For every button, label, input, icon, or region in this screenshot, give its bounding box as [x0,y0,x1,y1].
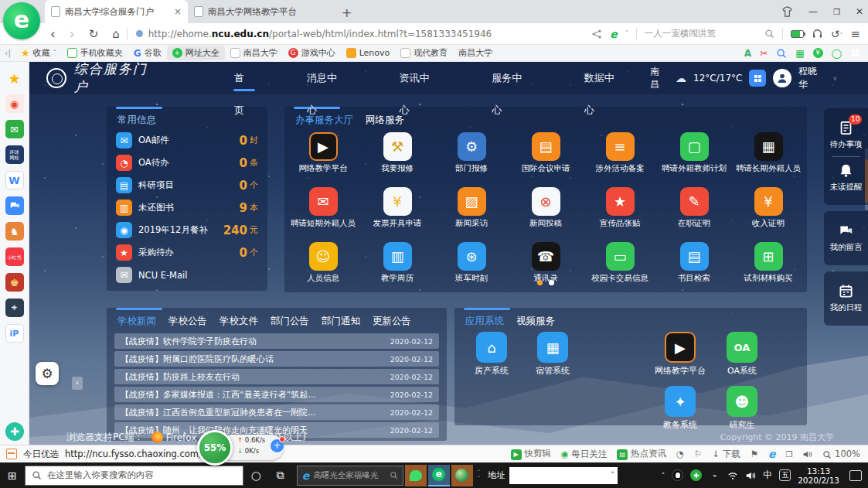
info-row-books[interactable]: ▥ 未还图书 9本 [107,196,267,219]
app-housing[interactable]: ⌂房产系统 [459,329,524,377]
daily-pick-label[interactable]: 今日优选 [23,449,59,460]
battery-saver-icon[interactable] [791,30,804,38]
apps-grid-icon[interactable] [850,48,860,58]
tray-expand-icon[interactable]: ˄ [662,472,665,479]
news-item[interactable]: 【战疫情】软件学院学子防疫在行动2020-02-12 [114,333,439,349]
service-app[interactable]: ⚙部门报修 [434,130,509,185]
speaker-icon[interactable] [802,449,812,459]
bookmark-lenovo[interactable]: Lenovo [341,46,396,60]
translate-icon[interactable]: A [744,48,751,59]
service-app[interactable]: ✎在职证明 [657,185,731,240]
word-doc-icon[interactable]: W [5,171,24,189]
pager-dots[interactable] [284,277,807,288]
speedball-widget[interactable]: ↑ 0.6K/s ↓ 0K/s + 55% [197,430,284,466]
portal-nav-info[interactable]: 资讯中心 [400,62,440,94]
huanqiu-wangxiao-icon[interactable]: 环球网校 [5,145,24,164]
tab-school-notice[interactable]: 学校公告 [168,315,207,328]
info-row-oa-todo[interactable]: ◔ OA待办 0条 [107,152,267,174]
quick-clip-tool[interactable]: ▶ 快剪辑 [511,448,551,460]
menu-icon[interactable]: ≡ [850,27,860,41]
app-grid-button[interactable] [749,70,766,87]
service-app[interactable]: ¥发票开具申请 [360,185,434,240]
gamepad-icon[interactable]: ▦ [795,48,804,59]
service-app[interactable]: ▤国际会议申请 [509,130,583,185]
service-app[interactable]: ▦聘请长期外籍人员 [731,130,805,185]
game-icon[interactable]: ⌖ [5,299,24,317]
news-item[interactable]: 【战疫情】江西首例危重型新冠肺炎患者在一附院...2020-02-12 [114,404,439,420]
service-app[interactable]: ▨新闻采访 [434,185,509,240]
bookmark-ncu[interactable]: 南昌大学 [225,46,283,60]
tab-dept-bulletin[interactable]: 部门通知 [322,315,360,328]
engine-caret-icon[interactable]: ˅ [625,30,628,37]
avatar[interactable] [773,69,791,87]
ime-wubi[interactable]: 五 [779,469,791,481]
service-app[interactable]: ▢聘请外籍教师计划 [657,130,731,185]
dock-schedule[interactable]: 我的日程 [824,279,868,318]
firefox-link[interactable]: Firefox [151,432,197,443]
app-academic[interactable]: ✦教务系统 [648,384,713,431]
browser-tab-inactive[interactable]: 南昌大学网络教学平台 [188,0,331,23]
tab-update-notice[interactable]: 更新公告 [373,315,411,328]
service-app[interactable]: ★宣传品张贴 [583,185,657,240]
settings-gear-button[interactable]: ⚙ [36,362,59,385]
home-icon[interactable]: ⌂ [105,27,127,41]
browser-logo[interactable]: e [3,2,40,39]
portal-nav-home[interactable]: 首页 [234,62,254,94]
taskbar-app-browser[interactable]: e [428,465,450,486]
task-view-button[interactable]: ⧉ [269,469,292,482]
headphones-icon[interactable] [812,28,823,39]
cortana-button[interactable]: ○ [243,469,269,483]
refresh-icon[interactable]: ↻ [82,27,106,41]
bookmark-site-directory[interactable]: + 网址大全 [167,46,225,60]
service-app[interactable]: ▶网络教学平台 [286,130,360,185]
app-oa[interactable]: OAOA系统 [710,329,774,377]
user-caret-icon[interactable]: ∨ [832,75,837,82]
user-name[interactable]: 程晓华 [798,65,825,91]
url-field[interactable]: http://ehome.ncu.edu.cn/portal-web/html/… [131,29,584,39]
toolbar-scroll-arrows[interactable]: ˄˅ [473,469,485,482]
window-mode-icon[interactable]: ❐ [785,450,792,459]
volume-icon[interactable] [745,470,756,481]
power-plug-icon[interactable]: ⌁ [709,469,720,481]
safe-shield-icon[interactable]: ✚ [690,469,702,481]
browser-tab-active[interactable]: 南昌大学综合服务门户 × [45,0,188,23]
undo-icon[interactable]: ↺˅ [831,28,843,40]
service-app[interactable]: ⚒我要报修 [360,130,434,185]
service-app[interactable]: ✉聘请短期外籍人员 [286,185,360,240]
game-icon[interactable]: ♚ [5,273,24,292]
mail-icon[interactable]: ✉ [5,120,24,138]
app-online-teaching[interactable]: ▶网络教学平台 [648,329,713,377]
panel-collapse-button[interactable]: ‹ [72,377,83,390]
game-icon[interactable]: ♞ [5,222,24,241]
address-toolbar-input[interactable]: ˅ [509,467,618,484]
sidebar-collapse-icon[interactable]: ‹| [0,48,15,58]
sidebar-pin-icon[interactable]: ⚐ [694,449,702,459]
ie-search-box[interactable]: e 高曙光全家福曝光 [297,466,403,486]
portal-nav-data[interactable]: 数据中心 [584,62,625,94]
portal-nav-messages[interactable]: 消息中心 [307,62,347,94]
tab-video-services[interactable]: 视频服务 [516,315,555,328]
service-app[interactable]: ≡涉外活动备案 [583,130,657,185]
action-center-icon[interactable] [849,470,862,481]
minimize-button[interactable]: — [808,6,818,17]
tab-app-systems[interactable]: 应用系统 [465,315,504,328]
flag-icon[interactable]: ⚑ [751,449,758,459]
qq-icon[interactable] [672,469,683,481]
taskbar-app-globe[interactable] [451,465,473,486]
info-row-purchase[interactable]: ★ 采购待办 0个 [107,241,267,264]
page-zoom[interactable]: 100% [822,449,860,459]
wallet-icon[interactable]: ¥ [813,48,823,58]
close-button[interactable]: ✕ [856,6,863,17]
info-row-oa-mail[interactable]: ✉ OA邮件 0封 [107,129,267,152]
ip-tool-icon[interactable]: iP [5,324,24,343]
share-icon[interactable] [591,29,602,39]
skin-icon[interactable] [781,6,793,18]
info-row-ncu-email[interactable]: ✉ NCU E-Mail [107,264,267,286]
bookmark-ncu2[interactable]: 南昌大学 [453,46,498,60]
bookmark-modern-edu[interactable]: 现代教育 [395,46,453,60]
daily-follow-tool[interactable]: ◉ 每日关注 [561,449,608,460]
weibo-icon[interactable]: ◉ [5,94,24,113]
browser-search-input[interactable]: 一人一宠横闯洪荒 [645,28,774,39]
service-app[interactable]: ¥收入证明 [731,185,805,240]
tab-network-services[interactable]: 网络服务 [366,114,404,127]
